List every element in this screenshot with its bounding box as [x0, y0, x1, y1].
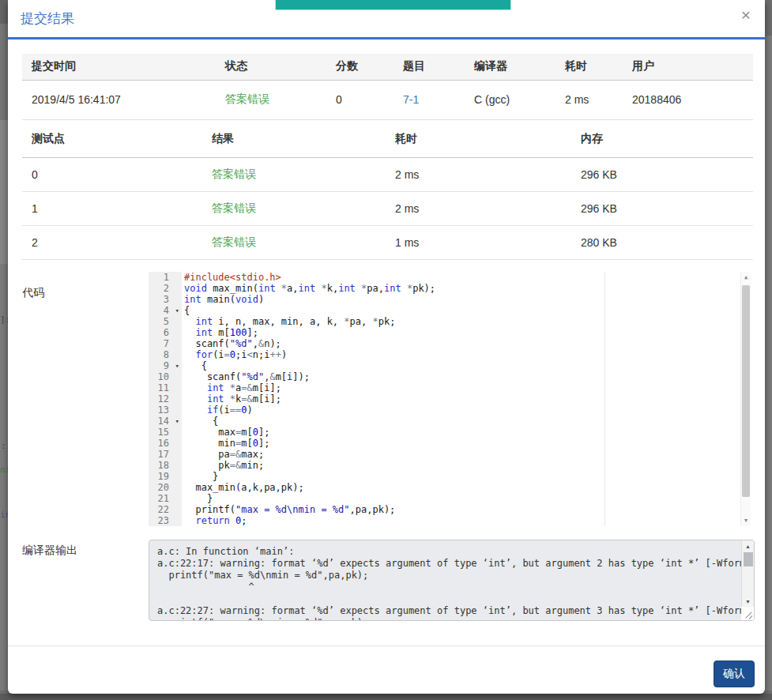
fold-arrow-icon[interactable]: ▾ [175, 416, 179, 427]
code-line: int i, n, max, min, a, k, *pa, *pk; [184, 316, 740, 327]
code-section-label: 代码 [22, 286, 44, 300]
gutter-line-number: 20 [149, 482, 182, 493]
column-header-compiler: 编译器 [465, 54, 555, 80]
gutter-line-number: 9▾ [149, 360, 182, 371]
testcase-time-cell: 1 ms [386, 225, 571, 259]
code-line: return 0; [184, 515, 740, 526]
compiler-output-box[interactable]: a.c: In function ‘main’:a.c:22:17: warni… [149, 540, 755, 621]
compiler-output-line [157, 593, 738, 605]
backdrop-text-fragment: in [0, 510, 8, 520]
code-line: pk=&min; [184, 460, 740, 471]
testcase-id-cell: 2 [22, 225, 202, 259]
gutter-line-number: 8 [149, 349, 182, 360]
testcase-memory-cell: 296 KB [571, 191, 753, 225]
problem-link[interactable]: 7-1 [403, 93, 419, 106]
column-header-time: 耗时 [386, 121, 571, 157]
testcase-result-cell: 答案错误 [202, 225, 386, 259]
column-header-memory: 内存 [571, 121, 753, 157]
code-line: scanf("%d",&m[i]); [184, 371, 740, 382]
editor-scrollbar-thumb[interactable] [742, 285, 750, 497]
code-line: int m[100]; [184, 327, 740, 338]
gutter-line-number: 21 [149, 493, 182, 504]
page-backdrop-right-top [765, 0, 772, 36]
testcase-result-cell: 答案错误 [202, 157, 386, 191]
compiler-output-line: a.c: In function ‘main’: [157, 546, 738, 558]
code-line: int main(void) [184, 294, 740, 305]
scroll-down-icon[interactable]: ▼ [741, 515, 751, 526]
testcase-time-cell: 2 ms [386, 157, 571, 191]
testcase-row: 2 答案错误 1 ms 280 KB [22, 225, 753, 259]
scroll-down-icon[interactable]: ▼ [742, 597, 754, 608]
compiler-output-line: ^ [157, 581, 738, 593]
code-line: int *k=&m[i]; [184, 393, 740, 405]
testcase-id-cell: 1 [22, 191, 202, 225]
editor-gutter: 1234▾56789▾1011121314▾151617181920212223 [149, 272, 182, 526]
submission-table-header-row: 提交时间 状态 分数 题目 编译器 耗时 用户 [22, 54, 753, 80]
gutter-line-number: 16 [149, 438, 182, 449]
testcase-memory-cell: 296 KB [571, 157, 753, 191]
editor-scrollbar[interactable]: ▲ ▼ [740, 272, 751, 526]
gutter-line-number: 6 [149, 327, 182, 338]
scroll-up-icon[interactable]: ▲ [741, 272, 751, 283]
column-header-user: 用户 [623, 54, 753, 80]
backdrop-text-fragment: ni [0, 465, 8, 475]
code-line: max_min(a,k,pa,pk); [184, 482, 740, 493]
close-icon[interactable]: × [741, 6, 751, 23]
gutter-line-number: 15 [149, 427, 182, 438]
testcase-table-header-row: 测试点 结果 耗时 内存 [22, 121, 753, 157]
submission-row: 2019/4/5 16:41:07 答案错误 0 7-1 C (gcc) 2 m… [22, 80, 753, 119]
backdrop-text-fragment: : [1, 441, 6, 451]
code-line: pa=&max; [184, 449, 740, 460]
column-header-status: 状态 [216, 54, 326, 80]
column-header-problem: 题目 [394, 54, 465, 80]
column-header-score: 分数 [326, 54, 394, 80]
code-line: { [184, 416, 740, 427]
code-line: #include<stdio.h> [184, 272, 740, 283]
scroll-up-icon[interactable]: ▲ [742, 541, 754, 552]
backdrop-text-fragment: ]: [0, 314, 8, 325]
testcase-id-cell: 0 [22, 157, 202, 191]
compiler-output-label: 编译器输出 [22, 544, 77, 558]
compiler-output-line: printf("max = %d\nmin = %d",pa,pk); [157, 570, 738, 581]
compiler-output-line: a.c:22:17: warning: format ‘%d’ expects … [157, 558, 738, 570]
code-line: scanf("%d",&n); [184, 338, 740, 349]
submission-result-modal: 提交结果 × 提交时间 状态 分数 题目 编译器 耗时 用户 2019/4/5 … [8, 0, 765, 694]
code-line: } [184, 493, 740, 504]
testcase-memory-cell: 280 KB [571, 225, 753, 259]
output-scrollbar[interactable]: ▲ ▼ [741, 540, 754, 608]
resize-grip[interactable] [741, 607, 754, 620]
testcase-row: 1 答案错误 2 ms 296 KB [22, 191, 753, 225]
gutter-line-number: 22 [149, 504, 182, 515]
gutter-line-number: 1 [149, 272, 182, 283]
modal-title: 提交结果 [21, 9, 74, 28]
gutter-line-number: 14▾ [149, 416, 182, 427]
submission-table: 提交时间 状态 分数 题目 编译器 耗时 用户 2019/4/5 16:41:0… [22, 54, 753, 120]
fold-arrow-icon[interactable]: ▾ [175, 305, 179, 316]
testcase-row: 0 答案错误 2 ms 296 KB [22, 157, 753, 191]
code-line: if(i==0) [184, 405, 740, 416]
gutter-line-number: 10 [149, 371, 182, 382]
code-line: { [184, 360, 740, 371]
column-header-result: 结果 [202, 121, 386, 157]
page-backdrop-bottom-bar [0, 694, 772, 700]
gutter-line-number: 4▾ [149, 305, 182, 316]
column-header-testcase: 测试点 [22, 121, 202, 157]
confirm-button[interactable]: 确认 [714, 660, 755, 687]
gutter-line-number: 3 [149, 294, 182, 305]
code-line: int *a=&m[i]; [184, 382, 740, 393]
gutter-line-number: 11 [149, 382, 182, 393]
status-cell: 答案错误 [216, 80, 326, 119]
user-cell: 20188406 [623, 80, 753, 119]
gutter-line-number: 5 [149, 316, 182, 327]
code-line: { [184, 305, 740, 316]
toast-bar [275, 0, 511, 10]
code-line: } [184, 471, 740, 482]
footer-divider [8, 645, 765, 646]
output-scrollbar-thumb[interactable] [744, 552, 753, 566]
code-line: for(i=0;i<n;i++) [184, 349, 740, 360]
gutter-line-number: 12 [149, 393, 182, 405]
gutter-line-number: 7 [149, 338, 182, 349]
code-editor[interactable]: 1234▾56789▾1011121314▾151617181920212223… [149, 272, 751, 526]
fold-arrow-icon[interactable]: ▾ [175, 360, 179, 371]
submit-time-cell: 2019/4/5 16:41:07 [22, 80, 216, 119]
